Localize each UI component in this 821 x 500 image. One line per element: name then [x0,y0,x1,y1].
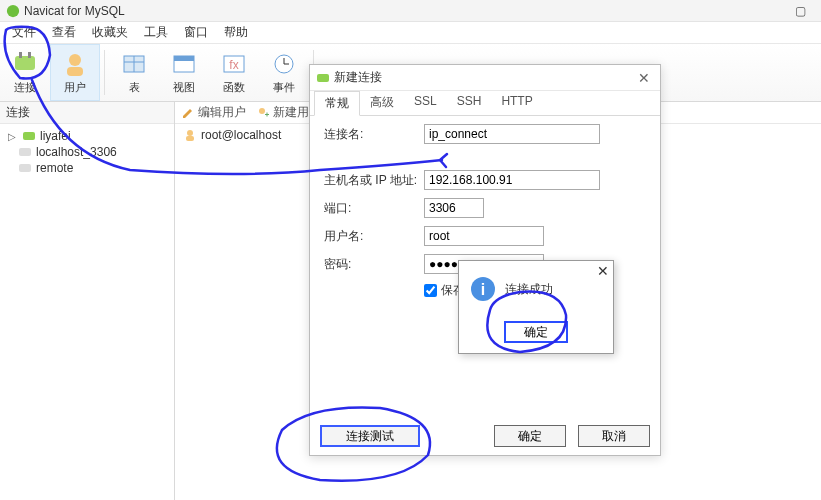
toolbar-table-label: 表 [129,80,140,95]
tab-http[interactable]: HTTP [491,91,542,115]
save-password-input[interactable] [424,284,437,297]
user-icon [183,128,197,142]
sidebar-item-liyafei[interactable]: ▷ liyafei [2,128,172,144]
dialog-tabs: 常规 高级 SSL SSH HTTP [310,91,660,116]
menu-favorites[interactable]: 收藏夹 [84,24,136,41]
conn-name-input[interactable] [424,124,600,144]
sidebar-item-localhost[interactable]: localhost_3306 [2,144,172,160]
svg-rect-23 [19,164,31,172]
user-label: 用户名: [324,228,424,245]
port-label: 端口: [324,200,424,217]
host-input[interactable] [424,170,600,190]
toolbar-table[interactable]: 表 [109,44,159,101]
svg-rect-3 [28,52,31,58]
toolbar-connection-label: 连接 [14,80,36,95]
app-logo [6,4,20,18]
sidebar-header: 连接 [0,102,174,124]
sidebar: 连接 ▷ liyafei localhost_3306 remote [0,102,175,500]
plug-icon [11,50,39,78]
msgbox-text: 连接成功 [505,281,553,298]
toolbar-view-label: 视图 [173,80,195,95]
menubar: 文件 查看 收藏夹 工具 窗口 帮助 [0,22,821,44]
svg-rect-10 [174,56,194,61]
svg-rect-21 [23,132,35,140]
port-input[interactable] [424,198,484,218]
sidebar-item-remote[interactable]: remote [2,160,172,176]
toolbar-view[interactable]: 视图 [159,44,209,101]
connection-icon [316,71,330,85]
user-icon [61,50,89,78]
connection-active-icon [22,129,36,143]
password-label: 密码: [324,256,424,273]
tab-general[interactable]: 常规 [314,91,360,116]
menu-help[interactable]: 帮助 [216,24,256,41]
msgbox-close-icon[interactable]: ✕ [597,263,609,279]
dialog-close-icon[interactable]: ✕ [634,70,654,86]
menu-tools[interactable]: 工具 [136,24,176,41]
connection-icon [18,145,32,159]
success-messagebox: ✕ i 连接成功 确定 [458,260,614,354]
view-icon [170,50,198,78]
svg-rect-32 [317,74,329,82]
user-add-icon [256,106,270,120]
sidebar-item-label: liyafei [40,129,71,143]
window-maximize-icon[interactable]: ▢ [785,1,815,21]
toolbar-function[interactable]: fx 函数 [209,44,259,101]
titlebar: Navicat for MySQL ▢ [0,0,821,22]
svg-point-4 [69,54,81,66]
user-input[interactable] [424,226,544,246]
svg-point-24 [259,108,265,114]
pencil-icon [181,106,195,120]
edit-user-button[interactable]: 编辑用户 [181,104,246,121]
tab-ssl[interactable]: SSL [404,91,447,115]
info-icon: i [469,275,497,303]
toolbar-connection[interactable]: 连接 [0,44,50,101]
svg-rect-5 [67,67,83,76]
test-connection-button[interactable]: 连接测试 [320,425,420,447]
svg-rect-1 [15,56,35,70]
svg-rect-22 [19,148,31,156]
toolbar-user[interactable]: 用户 [50,44,100,101]
sidebar-item-label: remote [36,161,73,175]
user-label: root@localhost [201,128,281,142]
toolbar-event-label: 事件 [273,80,295,95]
ok-button[interactable]: 确定 [494,425,566,447]
menu-view[interactable]: 查看 [44,24,84,41]
menu-window[interactable]: 窗口 [176,24,216,41]
event-icon [270,50,298,78]
svg-rect-31 [186,136,194,141]
svg-rect-26 [267,112,268,116]
tree-toggle-icon[interactable]: ▷ [6,131,18,142]
sidebar-item-label: localhost_3306 [36,145,117,159]
conn-name-label: 连接名: [324,126,424,143]
toolbar-user-label: 用户 [64,80,86,95]
host-label: 主机名或 IP 地址: [324,172,424,189]
toolbar-function-label: 函数 [223,80,245,95]
connection-icon [18,161,32,175]
toolbar-event[interactable]: 事件 [259,44,309,101]
table-icon [120,50,148,78]
svg-text:i: i [481,281,485,298]
svg-text:fx: fx [229,58,238,72]
msgbox-ok-button[interactable]: 确定 [504,321,568,343]
dialog-title: 新建连接 [334,69,382,86]
svg-point-30 [187,130,193,136]
tab-ssh[interactable]: SSH [447,91,492,115]
svg-point-0 [7,4,19,16]
function-icon: fx [220,50,248,78]
menu-file[interactable]: 文件 [4,24,44,41]
svg-rect-2 [19,52,22,58]
app-title: Navicat for MySQL [24,4,125,18]
cancel-button[interactable]: 取消 [578,425,650,447]
tab-advanced[interactable]: 高级 [360,91,404,115]
